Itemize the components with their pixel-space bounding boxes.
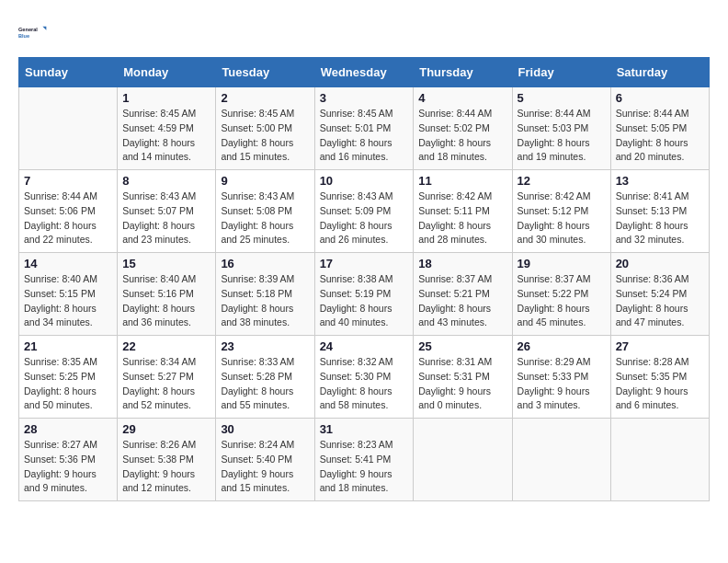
day-cell: 31Sunrise: 8:23 AMSunset: 5:41 PMDayligh… [314, 419, 414, 501]
day-cell: 21Sunrise: 8:35 AMSunset: 5:25 PMDayligh… [19, 336, 118, 419]
day-cell: 7Sunrise: 8:44 AMSunset: 5:06 PMDaylight… [19, 170, 118, 253]
column-header-sunday: Sunday [19, 58, 118, 87]
day-number: 20 [616, 257, 704, 270]
column-header-saturday: Saturday [610, 58, 709, 87]
day-number: 13 [616, 174, 704, 188]
svg-text:General: General [18, 27, 38, 32]
day-number: 9 [221, 174, 309, 188]
day-cell: 9Sunrise: 8:43 AMSunset: 5:08 PMDaylight… [216, 170, 314, 253]
day-number: 22 [122, 339, 210, 353]
day-detail: Sunrise: 8:34 AMSunset: 5:27 PMDaylight:… [122, 355, 210, 413]
day-detail: Sunrise: 8:41 AMSunset: 5:13 PMDaylight:… [616, 190, 704, 247]
day-detail: Sunrise: 8:23 AMSunset: 5:41 PMDaylight:… [320, 438, 409, 496]
day-cell: 30Sunrise: 8:24 AMSunset: 5:40 PMDayligh… [216, 419, 314, 501]
day-cell: 2Sunrise: 8:45 AMSunset: 5:00 PMDaylight… [216, 87, 314, 170]
day-number: 1 [122, 91, 210, 105]
day-number: 16 [221, 257, 309, 270]
day-number: 24 [320, 339, 409, 353]
day-detail: Sunrise: 8:35 AMSunset: 5:25 PMDaylight:… [24, 355, 112, 413]
day-cell: 1Sunrise: 8:45 AMSunset: 4:59 PMDaylight… [118, 87, 216, 170]
day-number: 23 [221, 339, 309, 353]
day-cell: 23Sunrise: 8:33 AMSunset: 5:28 PMDayligh… [216, 336, 314, 419]
calendar-table: SundayMondayTuesdayWednesdayThursdayFrid… [18, 57, 710, 501]
day-cell: 5Sunrise: 8:44 AMSunset: 5:03 PMDaylight… [512, 87, 610, 170]
day-detail: Sunrise: 8:37 AMSunset: 5:22 PMDaylight:… [518, 272, 606, 330]
day-cell: 6Sunrise: 8:44 AMSunset: 5:05 PMDaylight… [610, 87, 709, 170]
day-number: 15 [122, 257, 210, 270]
week-row-4: 21Sunrise: 8:35 AMSunset: 5:25 PMDayligh… [19, 336, 710, 419]
day-detail: Sunrise: 8:45 AMSunset: 5:00 PMDaylight:… [221, 107, 309, 165]
day-cell: 14Sunrise: 8:40 AMSunset: 5:15 PMDayligh… [19, 253, 118, 336]
day-detail: Sunrise: 8:33 AMSunset: 5:28 PMDaylight:… [221, 355, 309, 413]
day-detail: Sunrise: 8:43 AMSunset: 5:08 PMDaylight:… [221, 190, 309, 247]
day-cell [19, 87, 118, 170]
day-detail: Sunrise: 8:40 AMSunset: 5:15 PMDaylight:… [24, 272, 112, 330]
day-detail: Sunrise: 8:42 AMSunset: 5:12 PMDaylight:… [518, 190, 606, 247]
day-detail: Sunrise: 8:45 AMSunset: 4:59 PMDaylight:… [122, 107, 210, 165]
day-detail: Sunrise: 8:43 AMSunset: 5:09 PMDaylight:… [320, 190, 409, 247]
logo: GeneralBlue [18, 18, 48, 48]
day-cell: 16Sunrise: 8:39 AMSunset: 5:18 PMDayligh… [216, 253, 314, 336]
day-number: 30 [221, 422, 309, 436]
day-detail: Sunrise: 8:43 AMSunset: 5:07 PMDaylight:… [122, 190, 210, 247]
svg-marker-1 [42, 27, 46, 30]
day-number: 7 [24, 174, 112, 188]
day-cell: 27Sunrise: 8:28 AMSunset: 5:35 PMDayligh… [610, 336, 709, 419]
day-cell [610, 419, 709, 501]
day-number: 27 [616, 339, 704, 353]
day-detail: Sunrise: 8:37 AMSunset: 5:21 PMDaylight:… [418, 272, 506, 330]
column-header-monday: Monday [118, 58, 216, 87]
day-number: 10 [320, 174, 409, 188]
header-row: SundayMondayTuesdayWednesdayThursdayFrid… [19, 58, 710, 87]
day-cell: 29Sunrise: 8:26 AMSunset: 5:38 PMDayligh… [118, 419, 216, 501]
svg-text:Blue: Blue [18, 33, 29, 39]
week-row-1: 1Sunrise: 8:45 AMSunset: 4:59 PMDaylight… [19, 87, 710, 170]
day-detail: Sunrise: 8:39 AMSunset: 5:18 PMDaylight:… [221, 272, 309, 330]
day-detail: Sunrise: 8:44 AMSunset: 5:06 PMDaylight:… [24, 190, 112, 247]
day-number: 12 [518, 174, 606, 188]
day-detail: Sunrise: 8:32 AMSunset: 5:30 PMDaylight:… [320, 355, 409, 413]
day-cell: 8Sunrise: 8:43 AMSunset: 5:07 PMDaylight… [118, 170, 216, 253]
day-number: 26 [518, 339, 606, 353]
day-detail: Sunrise: 8:31 AMSunset: 5:31 PMDaylight:… [418, 355, 506, 413]
day-number: 18 [418, 257, 506, 270]
day-detail: Sunrise: 8:45 AMSunset: 5:01 PMDaylight:… [320, 107, 409, 165]
day-number: 21 [24, 339, 112, 353]
day-number: 25 [418, 339, 506, 353]
day-detail: Sunrise: 8:26 AMSunset: 5:38 PMDaylight:… [122, 438, 210, 496]
day-detail: Sunrise: 8:40 AMSunset: 5:16 PMDaylight:… [122, 272, 210, 330]
day-cell: 24Sunrise: 8:32 AMSunset: 5:30 PMDayligh… [314, 336, 414, 419]
column-header-friday: Friday [512, 58, 610, 87]
day-cell: 12Sunrise: 8:42 AMSunset: 5:12 PMDayligh… [512, 170, 610, 253]
week-row-2: 7Sunrise: 8:44 AMSunset: 5:06 PMDaylight… [19, 170, 710, 253]
week-row-3: 14Sunrise: 8:40 AMSunset: 5:15 PMDayligh… [19, 253, 710, 336]
day-cell: 19Sunrise: 8:37 AMSunset: 5:22 PMDayligh… [512, 253, 610, 336]
day-detail: Sunrise: 8:44 AMSunset: 5:05 PMDaylight:… [616, 107, 704, 165]
day-number: 6 [616, 91, 704, 105]
day-detail: Sunrise: 8:24 AMSunset: 5:40 PMDaylight:… [221, 438, 309, 496]
day-number: 8 [122, 174, 210, 188]
day-detail: Sunrise: 8:38 AMSunset: 5:19 PMDaylight:… [320, 272, 409, 330]
day-number: 3 [320, 91, 409, 105]
day-detail: Sunrise: 8:29 AMSunset: 5:33 PMDaylight:… [518, 355, 606, 413]
day-cell: 15Sunrise: 8:40 AMSunset: 5:16 PMDayligh… [118, 253, 216, 336]
day-cell: 4Sunrise: 8:44 AMSunset: 5:02 PMDaylight… [414, 87, 512, 170]
day-number: 4 [418, 91, 506, 105]
day-cell [414, 419, 512, 501]
day-number: 14 [24, 257, 112, 270]
day-cell: 17Sunrise: 8:38 AMSunset: 5:19 PMDayligh… [314, 253, 414, 336]
day-detail: Sunrise: 8:27 AMSunset: 5:36 PMDaylight:… [24, 438, 112, 496]
day-number: 31 [320, 422, 409, 436]
column-header-tuesday: Tuesday [216, 58, 314, 87]
day-cell: 25Sunrise: 8:31 AMSunset: 5:31 PMDayligh… [414, 336, 512, 419]
day-cell [512, 419, 610, 501]
column-header-thursday: Thursday [414, 58, 512, 87]
day-detail: Sunrise: 8:44 AMSunset: 5:02 PMDaylight:… [418, 107, 506, 165]
day-detail: Sunrise: 8:28 AMSunset: 5:35 PMDaylight:… [616, 355, 704, 413]
week-row-5: 28Sunrise: 8:27 AMSunset: 5:36 PMDayligh… [19, 419, 710, 501]
day-number: 2 [221, 91, 309, 105]
day-number: 17 [320, 257, 409, 270]
day-detail: Sunrise: 8:44 AMSunset: 5:03 PMDaylight:… [518, 107, 606, 165]
day-cell: 22Sunrise: 8:34 AMSunset: 5:27 PMDayligh… [118, 336, 216, 419]
day-cell: 11Sunrise: 8:42 AMSunset: 5:11 PMDayligh… [414, 170, 512, 253]
